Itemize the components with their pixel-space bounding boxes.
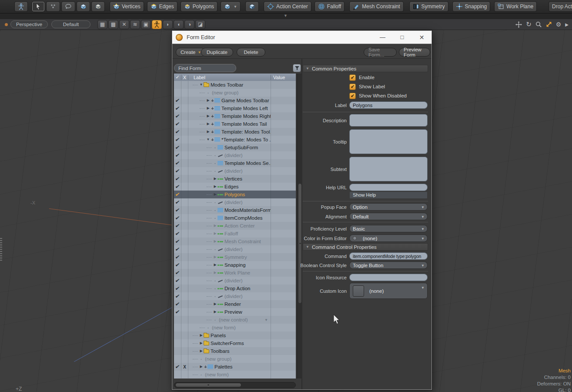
row-x-cell[interactable] (181, 159, 188, 167)
row-check-cell[interactable]: ✔ (174, 285, 181, 292)
common-properties-header[interactable]: ▼ Common Properties (303, 65, 428, 72)
camera-selector[interactable]: Perspective (10, 20, 48, 28)
delete-button[interactable]: Delete (237, 48, 265, 57)
plus-icon[interactable]: + (211, 122, 214, 127)
row-value-cell[interactable] (271, 112, 296, 120)
expander-closed-icon[interactable]: ▶ (213, 177, 217, 181)
proficiency-dropdown[interactable]: Basic ▼ (349, 225, 428, 232)
row-value-cell[interactable] (271, 144, 296, 151)
row-value-cell[interactable] (271, 269, 296, 277)
row-x-cell[interactable] (181, 261, 188, 269)
expander-closed-icon[interactable]: ▶ (213, 255, 217, 259)
tree-row-divider[interactable]: ✔▪(divider) (174, 245, 296, 253)
tree-row-game-modes-toolbar[interactable]: ✔▶+Game Modes Toolbar (174, 97, 296, 104)
panel-collapse-icon[interactable]: ▼ (284, 13, 288, 18)
row-x-cell[interactable] (181, 112, 188, 120)
toolbar-button-work-plane[interactable]: Work Plane (494, 1, 537, 12)
row-x-cell[interactable] (181, 191, 188, 198)
row-x-cell[interactable] (181, 277, 188, 285)
row-label-cell[interactable]: ▼Modes Toolbar (188, 81, 271, 89)
row-label-cell[interactable]: ▶+Palettes (188, 363, 271, 371)
row-label-cell[interactable]: ▶Action Center (188, 222, 271, 230)
show-label-checkbox[interactable]: ✔ (349, 84, 356, 90)
row-check-cell[interactable]: ✔ (174, 198, 181, 206)
show-when-disabled-checkbox[interactable]: ✔ (349, 93, 356, 99)
row-value-cell[interactable] (271, 355, 296, 363)
screen-copy-icon[interactable]: ▣ (141, 20, 151, 29)
row-x-cell[interactable]: X (181, 363, 188, 371)
toolbar-button-select-points[interactable] (46, 1, 60, 12)
tree-row-new-control[interactable]: ▪(new control)▼ (174, 316, 296, 324)
row-label-cell[interactable]: ▶Polygons (188, 191, 271, 198)
row-value-cell[interactable] (271, 214, 296, 222)
tree-row-itemcompmodes[interactable]: ✔▪ItemCompModes (174, 214, 296, 222)
row-x-cell[interactable] (181, 151, 188, 159)
tree-row-modes-toolbar[interactable]: ▼Modes Toolbar (174, 81, 296, 89)
row-value-cell[interactable] (271, 324, 296, 332)
alignment-dropdown[interactable]: Default ▼ (349, 213, 428, 220)
tree-row-new-group[interactable]: ▪(new group) (174, 89, 296, 97)
row-label-cell[interactable]: ▶Mesh Constraint (188, 238, 271, 245)
expander-closed-icon[interactable]: ▶ (213, 271, 217, 275)
row-check-cell[interactable]: ✔ (174, 167, 181, 175)
tree-row-polygons[interactable]: ✔▶Polygons (174, 191, 296, 198)
row-value-cell[interactable] (271, 285, 296, 292)
expander-closed-icon[interactable]: ▶ (206, 114, 211, 118)
row-check-cell[interactable]: ✔ (174, 300, 181, 308)
row-x-cell[interactable] (181, 300, 188, 308)
row-check-cell[interactable]: ✔ (174, 261, 181, 269)
tree-row-template-modes-se[interactable]: ✔▪Template Modes Se... (174, 159, 296, 167)
row-label-cell[interactable]: ▪ModesMaterialsForm (188, 206, 271, 214)
row-check-cell[interactable]: ✔ (174, 238, 181, 245)
expander-closed-icon[interactable]: ▶ (213, 185, 217, 188)
row-label-cell[interactable]: ▶Render (188, 300, 271, 308)
row-x-cell[interactable] (181, 222, 188, 230)
row-check-cell[interactable]: ✔ (174, 222, 181, 230)
plus-icon[interactable]: + (204, 365, 207, 369)
horizontal-scroll-thumb[interactable] (175, 383, 241, 387)
row-check-cell[interactable]: ✔ (174, 136, 181, 144)
tree-row-new-form[interactable]: ▪(new form) (174, 371, 296, 379)
row-x-cell[interactable] (181, 230, 188, 238)
toolbar-button-falloff[interactable]: Falloff (314, 1, 345, 12)
row-check-cell[interactable]: ✔ (174, 308, 181, 316)
row-x-cell[interactable] (181, 371, 188, 379)
row-check-cell[interactable]: ✔ (174, 104, 181, 112)
row-x-cell[interactable] (181, 81, 188, 89)
row-value-cell[interactable] (271, 230, 296, 238)
row-x-cell[interactable] (181, 316, 188, 324)
toolbar-button-items-tool[interactable] (14, 1, 28, 12)
expander-closed-icon[interactable]: ▶ (213, 232, 217, 235)
maximize-icon[interactable] (546, 21, 552, 27)
settings-icon[interactable]: ⚙ (556, 21, 562, 28)
row-label-cell[interactable]: ▪(divider) (188, 277, 271, 285)
expander-closed-icon[interactable]: ▶ (213, 310, 217, 314)
row-check-cell[interactable] (174, 355, 181, 363)
row-value-cell[interactable] (271, 253, 296, 261)
plus-icon[interactable]: + (211, 106, 214, 111)
row-value-cell[interactable] (271, 300, 296, 308)
tree-row-toolbars[interactable]: ▶Toolbars (174, 347, 296, 355)
texture-checker-icon[interactable]: ▦ (97, 20, 107, 29)
row-value-cell[interactable] (271, 316, 296, 324)
row-label-cell[interactable]: ▶Panels (188, 332, 271, 339)
expander-closed-icon[interactable]: ▶ (206, 130, 211, 134)
tool-handles-icon[interactable] (152, 20, 162, 29)
tree-row-template-modes-to[interactable]: ✔▼+*Template: Modes To ... (174, 136, 296, 144)
command-field[interactable]: item.componentMode type:polygon (349, 252, 428, 260)
row-value-cell[interactable] (271, 175, 296, 183)
row-x-cell[interactable] (181, 285, 188, 292)
toolbar-button-symmetry[interactable]: Symmetry (409, 1, 448, 12)
label-field[interactable]: Polygons (349, 101, 428, 109)
tree-row-falloff[interactable]: ✔▶Falloff (174, 230, 296, 238)
row-check-cell[interactable]: ✔ (174, 253, 181, 261)
row-label-cell[interactable]: ▶+Template Modes Right (188, 112, 271, 120)
row-value-cell[interactable] (271, 81, 296, 89)
expander-closed-icon[interactable]: ▶ (206, 107, 211, 110)
row-check-cell[interactable]: ✔ (174, 277, 181, 285)
row-x-cell[interactable] (181, 104, 188, 112)
row-x-cell[interactable] (181, 355, 188, 363)
row-label-cell[interactable]: ▪Drop Action (188, 285, 271, 292)
row-label-cell[interactable]: ▶Edges (188, 183, 271, 191)
row-check-cell[interactable] (174, 371, 181, 379)
